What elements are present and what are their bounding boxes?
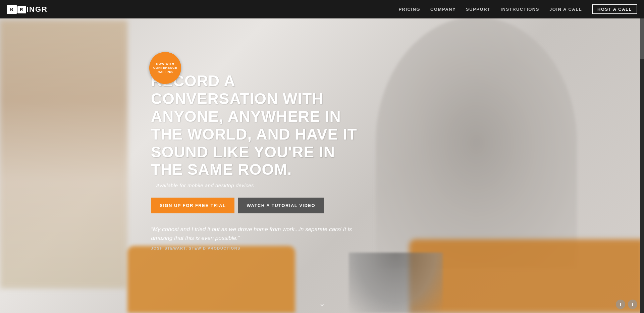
nav-join-a-call[interactable]: JOIN A CALL <box>549 7 582 12</box>
nav-support[interactable]: SUPPORT <box>466 7 490 12</box>
scroll-down-button[interactable]: ⌄ <box>319 299 325 308</box>
twitter-icon[interactable]: t <box>628 300 637 309</box>
nav-instructions[interactable]: INSTRUCTIONS <box>500 7 539 12</box>
hero-headline: RECORD A CONVERSATION WITH ANYONE, ANYWH… <box>151 72 359 178</box>
nav-company[interactable]: COMPANY <box>430 7 456 12</box>
badge-circle: NOW WITH CONFERENCE CALLING <box>149 52 181 84</box>
social-icons: f t <box>616 300 637 309</box>
nav-host-a-call[interactable]: HOST A CALL <box>592 4 637 14</box>
hero-subheadline: —Available for mobile and desktop device… <box>151 182 644 188</box>
badge-text: NOW WITH CONFERENCE CALLING <box>152 60 179 76</box>
logo-text: RiNGR <box>17 5 48 14</box>
signup-button[interactable]: SIGN UP FOR FREE TRIAL <box>151 198 234 213</box>
testimonial-author: JOSH STEWART, Stew’d Productions <box>151 246 644 250</box>
logo-icon: R <box>7 5 17 14</box>
facebook-icon[interactable]: f <box>616 300 625 309</box>
logo[interactable]: R RiNGR <box>7 5 48 14</box>
svg-text:R: R <box>10 7 14 12</box>
nav-pricing[interactable]: PRICING <box>398 7 420 12</box>
navbar: R RiNGR PRICING COMPANY SUPPORT INSTRUCT… <box>0 0 644 18</box>
hero-content: RECORD A CONVERSATION WITH ANYONE, ANYWH… <box>0 18 644 313</box>
testimonial-quote: “My cohost and I tried it out as we drov… <box>151 225 359 242</box>
hero-buttons: SIGN UP FOR FREE TRIAL WATCH A TUTORIAL … <box>151 198 644 213</box>
scrollbar[interactable] <box>640 18 644 313</box>
watch-video-button[interactable]: WATCH A TUTORIAL VIDEO <box>238 198 324 213</box>
scrollbar-thumb[interactable] <box>640 18 644 59</box>
nav-links: PRICING COMPANY SUPPORT INSTRUCTIONS JOI… <box>398 4 637 14</box>
